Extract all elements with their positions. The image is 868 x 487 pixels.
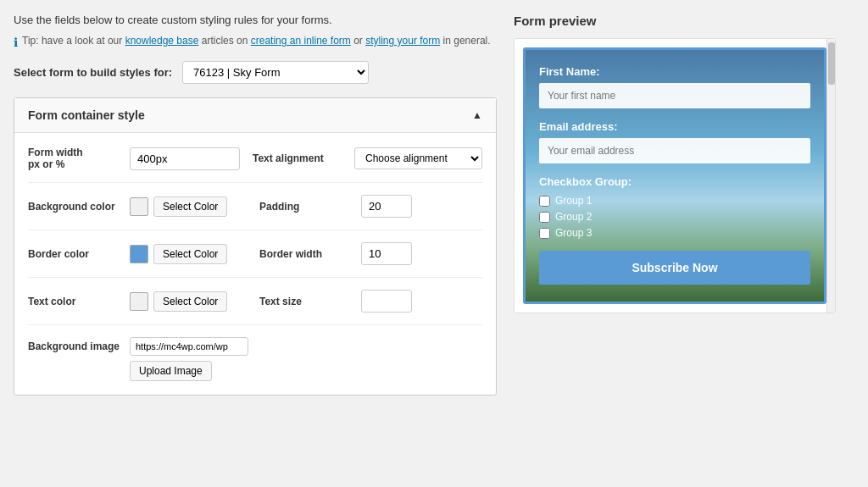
- padding-label: Padding: [259, 201, 353, 213]
- checkbox-group-label: Checkbox Group:: [539, 175, 810, 188]
- checkbox-label-2: Group 2: [555, 211, 592, 223]
- tip-content: Tip: have a look at our knowledge base a…: [22, 35, 491, 47]
- text-color-label: Text color: [28, 296, 121, 307]
- preview-heading: Form preview: [514, 14, 854, 28]
- checkbox-1[interactable]: [539, 196, 550, 207]
- intro-text: Use the fields below to create custom st…: [14, 14, 497, 26]
- knowledge-base-link[interactable]: knowledge base: [125, 35, 199, 47]
- tip-text: ℹ Tip: have a look at our knowledge base…: [14, 35, 497, 49]
- checkbox-2[interactable]: [539, 212, 550, 223]
- select-form-row: Select form to build styles for: 76123 |…: [14, 61, 497, 84]
- text-alignment-label: Text alignment: [253, 152, 346, 164]
- scrollbar-track[interactable]: [826, 39, 835, 313]
- scrollbar-thumb[interactable]: [828, 42, 835, 85]
- form-width-sublabel: px or %: [28, 158, 121, 170]
- text-size-label: Text size: [259, 296, 353, 307]
- upload-image-btn[interactable]: Upload Image: [130, 361, 212, 381]
- form-container-accordion: Form container style ▲ Form width px or …: [14, 97, 497, 396]
- text-size-input[interactable]: [361, 290, 412, 313]
- form-width-input[interactable]: [130, 147, 240, 170]
- text-color-btn[interactable]: Select Color: [153, 291, 227, 312]
- text-alignment-select[interactable]: Choose alignment: [354, 147, 482, 169]
- preview-email-label: Email address:: [539, 120, 810, 133]
- form-selector[interactable]: 76123 | Sky Form: [182, 61, 369, 84]
- form-width-label: Form width: [28, 147, 121, 158]
- checkbox-item-3: Group 3: [539, 227, 810, 239]
- padding-field: Padding: [259, 195, 482, 218]
- text-alignment-field: Text alignment Choose alignment: [253, 147, 482, 170]
- accordion-title: Form container style: [28, 108, 145, 122]
- border-color-field: Border color Select Color: [28, 242, 251, 265]
- preview-first-name-input[interactable]: [539, 83, 810, 108]
- bg-image-label: Background image: [28, 337, 121, 352]
- checkbox-label-3: Group 3: [555, 227, 592, 239]
- info-icon: ℹ: [14, 36, 18, 49]
- bg-image-input[interactable]: [130, 337, 248, 356]
- accordion-body: Form width px or % Text alignment Choose…: [14, 133, 496, 395]
- border-color-swatch: [130, 245, 148, 263]
- checkbox-3[interactable]: [539, 228, 550, 239]
- subscribe-btn[interactable]: Subscribe Now: [539, 251, 810, 285]
- checkbox-item-1: Group 1: [539, 195, 810, 207]
- styling-form-link[interactable]: styling your form: [365, 35, 440, 47]
- text-color-field: Text color Select Color: [28, 290, 251, 313]
- select-form-label: Select form to build styles for:: [14, 66, 172, 79]
- bg-color-field: Background color Select Color: [28, 195, 251, 218]
- right-panel: Form preview First Name: Email address: …: [514, 14, 854, 396]
- border-color-btn[interactable]: Select Color: [153, 244, 227, 264]
- form-width-field: Form width px or %: [28, 147, 244, 170]
- accordion-arrow: ▲: [472, 109, 482, 121]
- border-width-field: Border width: [259, 242, 482, 265]
- checkbox-item-2: Group 2: [539, 211, 810, 223]
- accordion-header[interactable]: Form container style ▲: [14, 98, 496, 133]
- bg-color-label: Background color: [28, 201, 121, 213]
- bg-color-swatch: [130, 197, 148, 216]
- preview-outer: First Name: Email address: Checkbox Grou…: [514, 38, 836, 313]
- padding-input[interactable]: [361, 195, 412, 218]
- border-color-label: Border color: [28, 248, 121, 260]
- bg-image-field: Background image Upload Image: [28, 337, 482, 381]
- text-color-swatch: [130, 292, 148, 311]
- checkbox-label-1: Group 1: [555, 195, 592, 207]
- text-size-field: Text size: [259, 290, 482, 313]
- preview-form: First Name: Email address: Checkbox Grou…: [523, 47, 826, 304]
- preview-email-input[interactable]: [539, 138, 810, 163]
- bg-color-btn[interactable]: Select Color: [153, 196, 227, 217]
- border-width-input[interactable]: [361, 242, 412, 265]
- border-width-label: Border width: [259, 248, 353, 260]
- preview-first-name-label: First Name:: [539, 65, 810, 78]
- inline-form-link[interactable]: creating an inline form: [251, 35, 351, 47]
